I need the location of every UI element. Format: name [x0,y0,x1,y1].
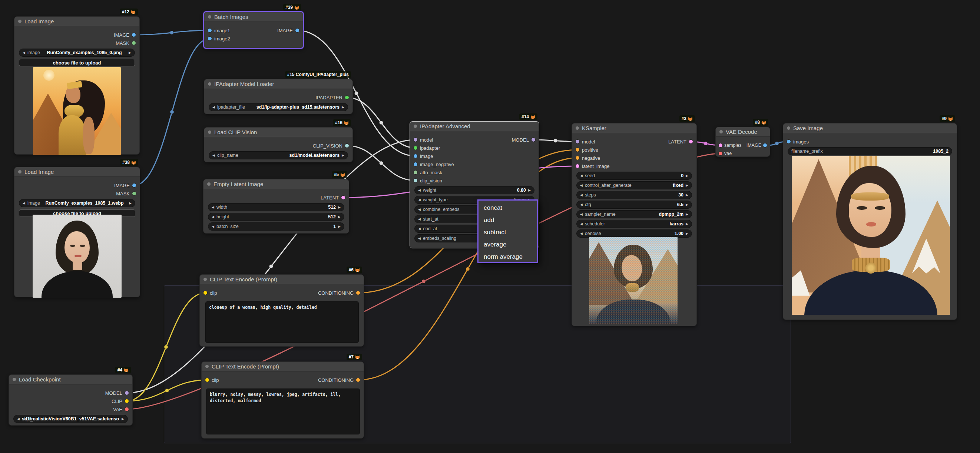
menu-item-norm-average[interactable]: norm average [479,251,537,263]
left-arrow-icon[interactable]: ◀ [418,198,421,202]
output-port-latent[interactable] [689,140,693,143]
image-select-widget[interactable]: ◀imageRunComfy_examples_1085_0.png▶ [19,49,135,57]
node-load-image-2[interactable]: #38 Load Image IMAGE MASK ◀imageRunComfy… [14,167,140,297]
right-arrow-icon[interactable]: ▶ [338,225,340,228]
clip-name-widget[interactable]: ◀clip_namesd1/model.safetensors▶ [209,151,348,159]
input-port-image2[interactable] [208,37,212,40]
ipadapter-file-widget[interactable]: ◀ipadapter_filesd1/ip-adapter-plus_sd15.… [209,103,348,111]
collapse-dot-icon[interactable] [208,82,211,86]
left-arrow-icon[interactable]: ◀ [212,215,214,219]
input-port-clip[interactable] [205,378,209,382]
right-arrow-icon[interactable]: ▶ [686,183,688,187]
weight-widget[interactable]: ◀weight0.80▶ [414,186,535,194]
left-arrow-icon[interactable]: ◀ [580,222,583,226]
collapse-dot-icon[interactable] [208,15,211,19]
steps-widget[interactable]: ◀steps30▶ [576,191,692,199]
right-arrow-icon[interactable]: ▶ [686,212,688,216]
node-title-bar[interactable]: CLIP Text Encode (Prompt) [200,275,364,285]
output-port-conditioning[interactable] [356,291,360,295]
right-arrow-icon[interactable]: ▶ [342,153,344,157]
node-title-bar[interactable]: IPAdapter Model Loader [204,79,353,89]
seed-widget[interactable]: ◀seed0▶ [576,172,692,180]
menu-item-average[interactable]: average [479,238,537,251]
left-arrow-icon[interactable]: ◀ [22,201,25,205]
output-port-mask[interactable] [132,192,136,196]
left-arrow-icon[interactable]: ◀ [212,105,215,109]
node-title-bar[interactable]: Load Image [14,167,140,177]
output-port-mask[interactable] [132,41,136,45]
node-graph-canvas[interactable]: #12 Load Image IMAGE MASK ◀imageRunComfy… [0,0,980,453]
image-select-widget[interactable]: ◀imageRunComfy_examples_1085_1.webp▶ [19,199,135,207]
input-port-clip-vision[interactable] [414,179,417,183]
output-port-image[interactable] [132,183,136,187]
weight-type-dropdown-menu[interactable]: concat add subtract average norm average [477,199,538,263]
right-arrow-icon[interactable]: ▶ [129,201,132,205]
node-title-bar[interactable]: Load CLIP Vision [204,127,353,137]
menu-item-add[interactable]: add [479,214,537,226]
right-arrow-icon[interactable]: ▶ [342,105,344,109]
node-ksampler[interactable]: #3 KSampler model LATENT positive negati… [571,123,697,326]
input-port-attn-mask[interactable] [414,170,417,174]
output-port-image[interactable] [296,29,299,32]
node-save-image[interactable]: #9 Save Image images filename_prefix1085… [783,123,957,320]
input-port-positive[interactable] [576,148,579,152]
collapse-dot-icon[interactable] [208,130,211,134]
output-port-model[interactable] [531,138,535,141]
upload-button[interactable]: choose file to upload [19,59,135,66]
node-title-bar[interactable]: Empty Latent Image [204,180,349,189]
cfg-widget[interactable]: ◀cfg6.5▶ [576,200,692,209]
node-title-bar[interactable]: Batch Images [204,12,303,22]
right-arrow-icon[interactable]: ▶ [686,174,688,178]
input-port-latent-image[interactable] [576,164,579,168]
collapse-dot-icon[interactable] [576,126,579,130]
left-arrow-icon[interactable]: ◀ [580,232,583,235]
left-arrow-icon[interactable]: ◀ [418,188,421,192]
ckpt-name-widget[interactable]: ◀ckpt_namesd1/realisticVisionV60B1_v51VA… [13,415,128,423]
input-port-ipadapter[interactable] [414,146,417,150]
width-widget[interactable]: ◀width512▶ [208,203,344,211]
filename-prefix-widget[interactable]: filename_prefix1085_2 [788,147,952,155]
node-title-bar[interactable]: Load Checkpoint [9,375,132,385]
right-arrow-icon[interactable]: ▶ [338,215,340,219]
output-port-model[interactable] [125,391,129,395]
right-arrow-icon[interactable]: ▶ [686,193,688,197]
right-arrow-icon[interactable]: ▶ [686,222,688,226]
batch-size-widget[interactable]: ◀batch_size1▶ [208,223,344,230]
left-arrow-icon[interactable]: ◀ [580,183,583,187]
left-arrow-icon[interactable]: ◀ [580,203,583,207]
collapse-dot-icon[interactable] [204,278,207,281]
node-title-bar[interactable]: IPAdapter Advanced [410,122,539,131]
collapse-dot-icon[interactable] [18,20,22,23]
collapse-dot-icon[interactable] [414,124,417,128]
node-title-bar[interactable]: CLIP Text Encode (Prompt) [202,362,364,372]
menu-item-concat[interactable]: concat [479,202,537,214]
input-port-image-negative[interactable] [414,162,417,166]
left-arrow-icon[interactable]: ◀ [17,417,20,421]
right-arrow-icon[interactable]: ▶ [338,205,340,209]
node-title-bar[interactable]: KSampler [572,124,697,133]
left-arrow-icon[interactable]: ◀ [418,227,421,230]
right-arrow-icon[interactable]: ▶ [686,232,688,235]
control-after-generate-widget[interactable]: ◀control_after_generatefixed▶ [576,181,692,189]
output-port-clip-vision[interactable] [345,144,349,148]
node-batch-images[interactable]: #39 Batch Images image1 IMAGE image2 [203,11,304,49]
output-port-ipadapter[interactable] [345,95,349,99]
collapse-dot-icon[interactable] [205,365,209,368]
node-ipadapter-model-loader[interactable]: #15 ComfyUI_IPAdapter_plus IPAdapter Mod… [204,79,353,114]
left-arrow-icon[interactable]: ◀ [580,174,583,178]
node-load-checkpoint[interactable]: #4 Load Checkpoint MODEL CLIP VAE ◀ckpt_… [8,374,133,426]
output-port-conditioning[interactable] [356,378,360,382]
input-port-image[interactable] [414,154,417,158]
output-port-clip[interactable] [125,399,129,403]
node-vae-decode[interactable]: #8 VAE Decode samples IMAGE vae [715,127,770,157]
collapse-dot-icon[interactable] [787,126,790,130]
node-empty-latent-image[interactable]: #5 Empty Latent Image LATENT ◀width512▶ … [203,179,349,234]
node-clip-text-encode-negative[interactable]: #7 CLIP Text Encode (Prompt) clip CONDIT… [201,361,364,439]
input-port-vae[interactable] [719,152,722,155]
right-arrow-icon[interactable]: ▶ [686,203,688,207]
input-port-model[interactable] [414,138,417,141]
input-port-clip[interactable] [204,291,207,295]
left-arrow-icon[interactable]: ◀ [212,225,214,228]
left-arrow-icon[interactable]: ◀ [22,51,25,54]
collapse-dot-icon[interactable] [13,378,16,381]
